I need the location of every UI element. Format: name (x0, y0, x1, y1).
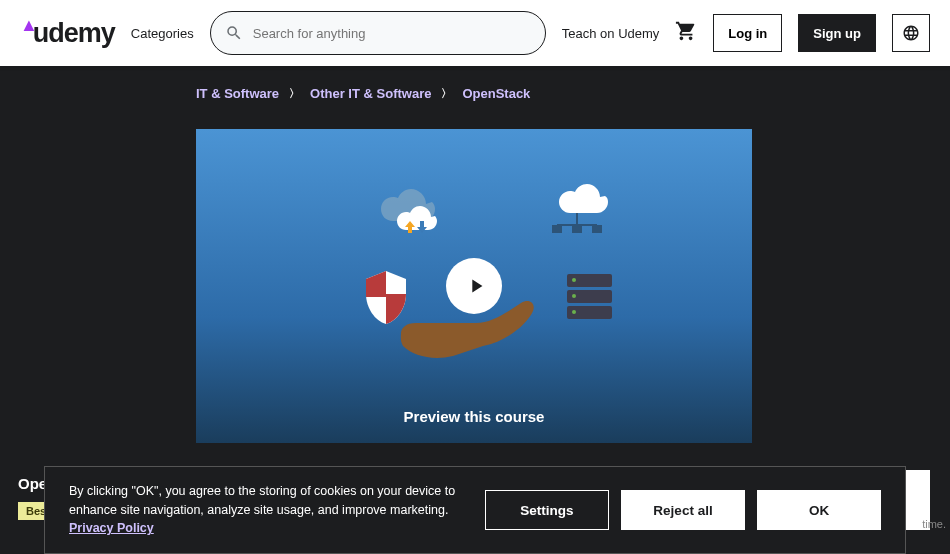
cloud-network-icon (532, 177, 622, 242)
logo-caret-icon: ▲ (20, 15, 37, 36)
categories-link[interactable]: Categories (131, 26, 194, 41)
breadcrumb-item-0[interactable]: IT & Software (196, 86, 279, 101)
footer-text: time. (906, 518, 950, 530)
chevron-right-icon: 〉 (441, 86, 452, 101)
cookie-buttons: Settings Reject all OK (485, 490, 881, 530)
cart-icon (675, 20, 697, 42)
cookie-text-content: By clicking "OK", you agree to the stori… (69, 484, 455, 517)
server-icon (562, 269, 617, 324)
svg-point-10 (572, 310, 576, 314)
login-button[interactable]: Log in (713, 14, 782, 52)
logo-text: udemy (33, 18, 115, 49)
language-button[interactable] (892, 14, 930, 52)
svg-rect-3 (572, 225, 582, 233)
svg-rect-2 (552, 225, 562, 233)
cookie-settings-button[interactable]: Settings (485, 490, 609, 530)
search-box[interactable] (210, 11, 546, 55)
cookie-reject-button[interactable]: Reject all (621, 490, 745, 530)
search-wrap (210, 11, 546, 55)
container: IT & Software 〉 Other IT & Software 〉 Op… (196, 86, 948, 520)
signup-button[interactable]: Sign up (798, 14, 876, 52)
chevron-right-icon: 〉 (289, 86, 300, 101)
globe-icon (902, 24, 920, 42)
breadcrumb-item-1[interactable]: Other IT & Software (310, 86, 431, 101)
cookie-banner: By clicking "OK", you agree to the stori… (44, 466, 906, 554)
preview-label: Preview this course (196, 408, 752, 425)
cookie-ok-button[interactable]: OK (757, 490, 881, 530)
search-icon (225, 24, 243, 42)
header: ▲ udemy Categories Teach on Udemy Log in… (0, 0, 950, 66)
cart-button[interactable] (675, 20, 697, 46)
svg-point-8 (572, 278, 576, 282)
search-input[interactable] (253, 26, 531, 41)
video-preview[interactable]: Preview this course (196, 129, 752, 443)
svg-rect-4 (592, 225, 602, 233)
play-button[interactable] (446, 258, 502, 314)
breadcrumb: IT & Software 〉 Other IT & Software 〉 Op… (196, 86, 948, 101)
logo[interactable]: ▲ udemy (20, 18, 115, 49)
play-icon (465, 275, 487, 297)
teach-link[interactable]: Teach on Udemy (562, 26, 660, 41)
cookie-text: By clicking "OK", you agree to the stori… (69, 482, 465, 538)
privacy-policy-link[interactable]: Privacy Policy (69, 521, 154, 535)
breadcrumb-item-2[interactable]: OpenStack (462, 86, 530, 101)
cloud-arrows-icon (386, 199, 446, 249)
main: IT & Software 〉 Other IT & Software 〉 Op… (0, 66, 950, 520)
svg-point-9 (572, 294, 576, 298)
